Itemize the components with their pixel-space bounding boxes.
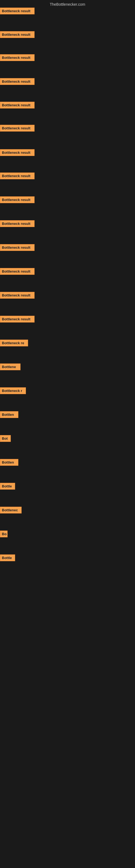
bottleneck-result-item[interactable]: Bottlen bbox=[0, 459, 18, 466]
bottleneck-result-item[interactable]: Bottleneck result bbox=[0, 220, 35, 227]
bottleneck-result-item[interactable]: Bottleneck result bbox=[0, 196, 35, 203]
bottleneck-result-item[interactable]: Bo bbox=[0, 531, 8, 537]
bottleneck-result-item[interactable]: Bottleneck result bbox=[0, 292, 35, 299]
bottleneck-result-item[interactable]: Bottleneck result bbox=[0, 54, 35, 61]
bottleneck-result-item[interactable]: Bottleneck result bbox=[0, 78, 35, 85]
bottleneck-result-item[interactable]: Bottleneck result bbox=[0, 268, 35, 275]
bottleneck-result-item[interactable]: Bottle bbox=[0, 483, 15, 490]
bottleneck-result-item[interactable]: Bottlen bbox=[0, 411, 18, 418]
bottleneck-result-item[interactable]: Bottleneck result bbox=[0, 149, 35, 156]
bottleneck-result-item[interactable]: Bottlenec bbox=[0, 507, 21, 514]
bottleneck-result-item[interactable]: Bottleneck result bbox=[0, 173, 35, 179]
bottleneck-result-item[interactable]: Bottle bbox=[0, 554, 15, 561]
bottleneck-result-item[interactable]: Bottleneck re bbox=[0, 340, 28, 346]
bottleneck-result-item[interactable]: Bottleneck result bbox=[0, 125, 35, 131]
bottleneck-result-item[interactable]: Bottleneck result bbox=[0, 8, 35, 14]
bottleneck-result-item[interactable]: Bottleneck result bbox=[0, 31, 35, 38]
bottleneck-result-item[interactable]: Bottleneck result bbox=[0, 316, 35, 322]
bottleneck-result-item[interactable]: Bot bbox=[0, 435, 11, 442]
bottleneck-result-item[interactable]: Bottleneck result bbox=[0, 102, 35, 108]
bottleneck-result-item[interactable]: Bottleneck result bbox=[0, 244, 35, 251]
bottleneck-result-item[interactable]: Bottlene bbox=[0, 364, 20, 370]
bottleneck-result-item[interactable]: Bottleneck r bbox=[0, 388, 26, 394]
